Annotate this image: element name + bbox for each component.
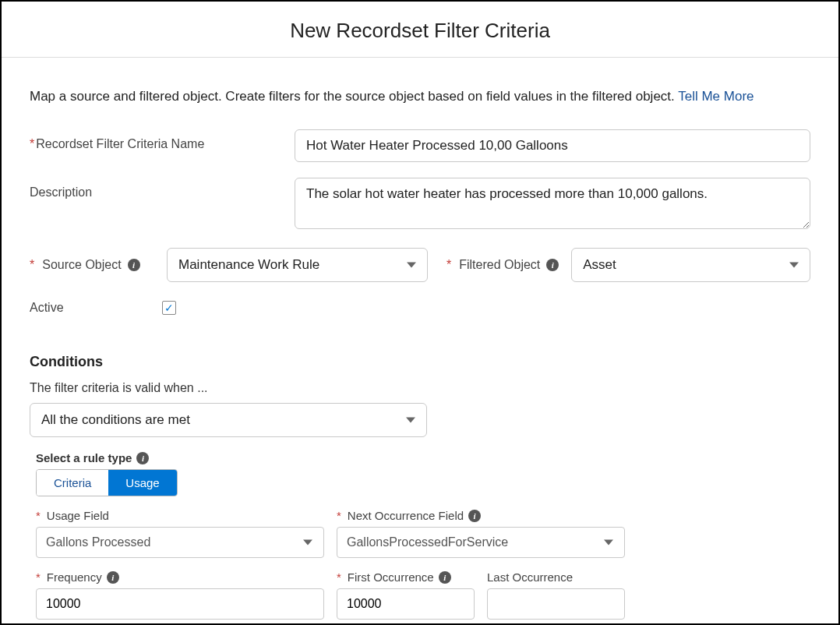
name-input[interactable]	[295, 129, 810, 162]
required-star: *	[30, 137, 34, 150]
label-frequency: *Frequency i	[36, 570, 324, 584]
frequency-label-text: Frequency	[47, 570, 102, 584]
tab-criteria[interactable]: Criteria	[37, 470, 108, 496]
description-input[interactable]	[295, 178, 810, 229]
info-icon[interactable]: i	[439, 571, 451, 584]
source-object-value: Maintenance Work Rule	[178, 257, 319, 273]
required-star: *	[337, 509, 341, 522]
first-occurrence-input[interactable]	[337, 588, 475, 620]
last-occurrence-input[interactable]	[487, 588, 625, 620]
info-icon[interactable]: i	[107, 571, 119, 584]
info-icon[interactable]: i	[136, 452, 149, 464]
chevron-down-icon	[406, 418, 415, 423]
label-usage-field: *Usage Field	[36, 509, 324, 522]
label-source-object: *Source Object i	[30, 258, 154, 272]
label-filtered-object: *Filtered Object i	[446, 258, 559, 272]
intro-body: Map a source and filtered object. Create…	[30, 89, 678, 104]
label-description: Description	[30, 178, 295, 200]
label-first-occurrence: *First Occurrence i	[337, 570, 475, 584]
rule-type-text: Select a rule type	[36, 451, 132, 464]
required-star: *	[337, 570, 341, 584]
required-star: *	[36, 570, 41, 584]
divider	[2, 57, 838, 58]
modal-frame: New Recordset Filter Criteria Map a sour…	[0, 0, 840, 625]
active-checkbox[interactable]: ✓	[162, 301, 176, 315]
source-label-text: Source Object	[42, 258, 121, 272]
condition-logic-select[interactable]: All the conditions are met	[30, 403, 427, 437]
row-active: Active ✓	[30, 301, 810, 315]
chevron-down-icon	[303, 540, 312, 546]
row-objects: *Source Object i Maintenance Work Rule *…	[30, 248, 810, 282]
filtered-label-text: Filtered Object	[459, 258, 540, 272]
source-object-select[interactable]: Maintenance Work Rule	[167, 248, 428, 282]
conditions-subtext: The filter criteria is valid when ...	[30, 381, 810, 395]
info-icon[interactable]: i	[546, 259, 559, 271]
label-rule-type: Select a rule type i	[36, 451, 810, 464]
row-description: Description	[30, 178, 810, 232]
usage-field-label-text: Usage Field	[47, 509, 109, 522]
name-label-text: Recordset Filter Criteria Name	[36, 137, 204, 150]
content-area: Map a source and filtered object. Create…	[2, 89, 838, 620]
chevron-down-icon	[407, 263, 416, 268]
first-occ-label-text: First Occurrence	[348, 570, 434, 584]
next-occurrence-value: GallonsProcessedForService	[347, 535, 508, 549]
next-occ-label-text: Next Occurrence Field	[348, 509, 464, 522]
label-name: *Recordset Filter Criteria Name	[30, 129, 295, 151]
tell-me-more-link[interactable]: Tell Me More	[678, 89, 754, 104]
label-active: Active	[30, 301, 162, 315]
required-star: *	[446, 258, 451, 272]
conditions-heading: Conditions	[30, 354, 810, 370]
condition-logic-value: All the conditions are met	[41, 412, 190, 428]
usage-field-value: Gallons Processed	[46, 535, 150, 549]
chevron-down-icon	[604, 540, 613, 546]
last-occ-label-text: Last Occurrence	[487, 570, 573, 584]
label-last-occurrence: Last Occurrence	[487, 570, 625, 584]
frequency-input[interactable]	[36, 588, 324, 620]
info-icon[interactable]: i	[468, 510, 481, 522]
usage-field-select[interactable]: Gallons Processed	[36, 527, 324, 558]
filtered-object-select[interactable]: Asset	[571, 248, 810, 282]
next-occurrence-select[interactable]: GallonsProcessedForService	[337, 527, 625, 558]
label-next-occurrence: *Next Occurrence Field i	[337, 509, 625, 522]
filtered-object-value: Asset	[583, 257, 616, 273]
info-icon[interactable]: i	[128, 259, 140, 271]
row-name: *Recordset Filter Criteria Name	[30, 129, 810, 162]
intro-text: Map a source and filtered object. Create…	[30, 89, 810, 104]
required-star: *	[36, 509, 41, 522]
chevron-down-icon	[789, 263, 799, 268]
required-star: *	[30, 258, 34, 272]
rule-type-toggle: Criteria Usage	[36, 469, 178, 496]
tab-usage[interactable]: Usage	[108, 470, 176, 496]
page-title: New Recordset Filter Criteria	[2, 2, 838, 57]
